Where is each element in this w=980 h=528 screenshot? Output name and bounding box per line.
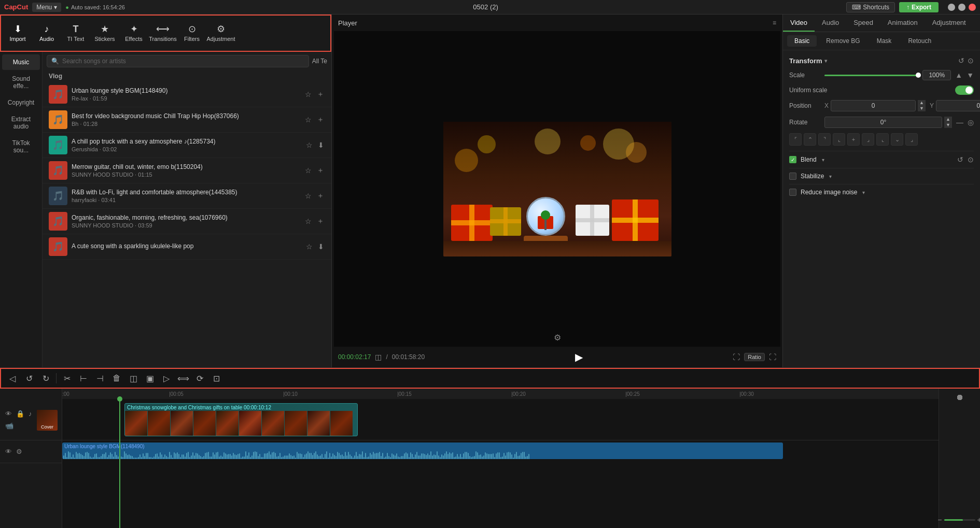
tl-audio-btn[interactable]: ◫ <box>126 371 141 386</box>
music-item[interactable]: 🎵 A cute song with a sparkling ukulele-l… <box>43 234 331 260</box>
anchor-top-center[interactable]: ⌃ <box>804 133 816 146</box>
transform-reset-button[interactable]: ↺ <box>958 56 964 65</box>
tab-video[interactable]: Video <box>783 15 815 32</box>
x-down-btn[interactable]: ▼ <box>918 106 926 111</box>
scale-slider[interactable] <box>824 75 918 76</box>
add-music-button[interactable]: ＋ <box>316 89 325 100</box>
tab-audio[interactable]: Audio <box>815 15 846 32</box>
sub-tab-retouch[interactable]: Retouch <box>901 35 939 47</box>
ratio-button[interactable]: Ratio <box>744 353 765 361</box>
tl-redo-btn[interactable]: ↻ <box>38 371 53 386</box>
y-input[interactable] <box>936 100 980 111</box>
sidebar-item-sound-effects[interactable]: Sound effe... <box>2 71 40 94</box>
sub-tab-remove-bg[interactable]: Remove BG <box>819 35 867 47</box>
tl-play-btn[interactable]: ▷ <box>159 371 174 386</box>
tool-effects[interactable]: ✦ Effects <box>119 18 148 49</box>
player-menu-icon[interactable]: ≡ <box>773 19 776 26</box>
rotate-input[interactable] <box>824 117 942 128</box>
fullscreen-preview-button[interactable]: ⛶ <box>733 353 740 361</box>
favorite-button[interactable]: ☆ <box>305 140 314 150</box>
minimize-button[interactable] <box>948 4 955 11</box>
tl-audio2-btn[interactable]: ♪ <box>27 409 33 419</box>
rotate-up-btn[interactable]: ▲ <box>944 117 952 122</box>
add-music-button[interactable]: ＋ <box>316 216 325 227</box>
music-item[interactable]: 🎵 A chill pop truck with a sexy atmosphe… <box>43 133 331 158</box>
uniform-scale-toggle[interactable] <box>955 85 974 95</box>
scale-up-btn[interactable]: ▲ <box>955 71 962 79</box>
sidebar-item-music[interactable]: Music <box>2 54 40 70</box>
sidebar-item-extract-audio[interactable]: Extract audio <box>2 111 40 134</box>
tl-back-btn[interactable]: ◁ <box>5 371 20 386</box>
tl-lock-btn[interactable]: 🔒 <box>15 409 25 419</box>
music-item[interactable]: 🎵 Organic, fashionable, morning, refresh… <box>43 209 331 234</box>
player-settings-icon[interactable]: ⚙ <box>554 333 561 343</box>
maximize-button[interactable] <box>958 4 965 11</box>
export-button[interactable]: ↑ Export <box>899 2 939 12</box>
music-search-field[interactable]: 🔍 Search songs or artists <box>47 55 309 67</box>
blend-checkbox[interactable]: ✓ <box>789 156 796 163</box>
add-music-button[interactable]: ＋ <box>316 114 325 125</box>
music-item[interactable]: 🎵 R&B with Lo-Fi, light and comfortable … <box>43 183 331 209</box>
sidebar-item-copyright[interactable]: Copyright <box>2 95 40 110</box>
anchor-center[interactable]: + <box>847 133 860 146</box>
anchor-bottom-left[interactable]: ⌞ <box>876 133 889 146</box>
close-button[interactable] <box>969 4 976 11</box>
anchor-top-left[interactable]: ⌜ <box>789 133 802 146</box>
add-music-button[interactable]: ＋ <box>316 165 325 176</box>
rotate-flip-btn[interactable]: — <box>956 118 963 126</box>
tl-audio-eye-btn[interactable]: 👁 <box>4 447 13 456</box>
tool-stickers[interactable]: ★ Stickers <box>90 18 119 49</box>
anchor-middle-right[interactable]: ⌟ <box>862 133 874 146</box>
tool-import[interactable]: ⬇ Import <box>3 18 32 49</box>
tl-crop-btn[interactable]: ⊡ <box>209 371 223 386</box>
x-input[interactable] <box>831 100 916 111</box>
tab-adjustment[interactable]: Adjustment <box>925 15 973 32</box>
fullscreen-button[interactable]: ⛶ <box>769 353 776 361</box>
tool-text[interactable]: T TI Text <box>61 18 90 49</box>
tl-flip-btn[interactable]: ⟺ <box>176 371 190 386</box>
blend-reset-btn[interactable]: ↺ <box>957 155 963 164</box>
tl-rotate-btn[interactable]: ⟳ <box>192 371 207 386</box>
music-item[interactable]: 🎵 Urban lounge style BGM(1148490) Re-lax… <box>43 82 331 107</box>
anchor-bottom-center[interactable]: ⌄ <box>891 133 903 146</box>
zoom-slider[interactable] <box>944 519 975 521</box>
sub-tab-mask[interactable]: Mask <box>870 35 899 47</box>
tab-animation[interactable]: Animation <box>880 15 925 32</box>
rotate-down-btn[interactable]: ▼ <box>944 122 952 128</box>
sub-tab-basic[interactable]: Basic <box>787 35 817 47</box>
play-button[interactable]: ▶ <box>575 351 583 363</box>
tl-delete-btn[interactable]: 🗑 <box>109 371 124 386</box>
video-clip[interactable]: Christmas snowglobe and Christmas gifts … <box>124 403 358 436</box>
download-button[interactable]: ⬇ <box>317 140 325 150</box>
time-icon[interactable]: ◫ <box>375 353 382 361</box>
tl-video-btn[interactable]: ▣ <box>143 371 157 386</box>
add-music-button[interactable]: ＋ <box>316 190 325 202</box>
favorite-button[interactable]: ☆ <box>304 191 313 201</box>
audio-clip[interactable]: Urban lounge style BGM(1148490) <box>62 443 783 459</box>
tab-speed[interactable]: Speed <box>846 15 880 32</box>
rotate-reset-btn[interactable]: ◎ <box>968 118 974 126</box>
favorite-button[interactable]: ☆ <box>304 115 313 125</box>
sidebar-item-tiktok[interactable]: TikTok sou... <box>2 135 40 158</box>
tool-filters[interactable]: ⊙ Filters <box>177 18 206 49</box>
reduce-noise-checkbox[interactable] <box>789 189 796 196</box>
music-item[interactable]: 🎵 Merrow guitar, chill out, winter, emo … <box>43 158 331 183</box>
tl-audio-settings-btn[interactable]: ⚙ <box>15 447 23 456</box>
scale-down-btn[interactable]: ▼ <box>967 71 974 79</box>
favorite-button[interactable]: ☆ <box>304 216 313 226</box>
anchor-middle-left[interactable]: ⌞ <box>833 133 845 146</box>
transform-copy-button[interactable]: ⊙ <box>968 56 974 65</box>
tl-split-btn[interactable]: ✂ <box>60 371 74 386</box>
shortcuts-button[interactable]: ⌨ Shortcuts <box>846 2 895 12</box>
menu-button[interactable]: Menu ▾ <box>32 3 61 12</box>
x-up-btn[interactable]: ▲ <box>918 100 926 106</box>
tl-split2-btn[interactable]: ⊢ <box>76 371 91 386</box>
tool-transitions[interactable]: ⟷ Transitions <box>148 18 177 49</box>
anchor-top-right[interactable]: ⌝ <box>818 133 831 146</box>
favorite-button[interactable]: ☆ <box>304 89 313 99</box>
record-btn[interactable]: ⏺ <box>956 393 964 402</box>
favorite-button[interactable]: ☆ <box>305 241 314 252</box>
tl-eye-btn[interactable]: 👁 <box>4 409 13 419</box>
tl-undo-btn[interactable]: ↺ <box>22 371 36 386</box>
blend-copy-btn[interactable]: ⊙ <box>968 155 974 164</box>
